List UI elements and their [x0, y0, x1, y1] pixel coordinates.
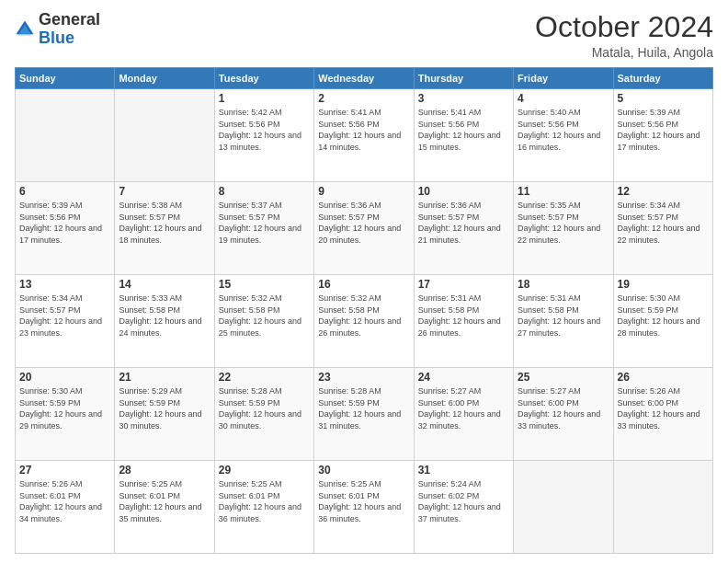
day-info: Sunrise: 5:36 AM Sunset: 5:57 PM Dayligh…: [318, 200, 409, 246]
day-number: 16: [318, 278, 409, 291]
col-tuesday: Tuesday: [214, 68, 313, 89]
day-number: 19: [618, 278, 709, 291]
day-number: 5: [618, 92, 709, 105]
day-info: Sunrise: 5:26 AM Sunset: 6:01 PM Dayligh…: [19, 478, 110, 524]
day-info: Sunrise: 5:42 AM Sunset: 5:56 PM Dayligh…: [219, 107, 310, 153]
day-info: Sunrise: 5:34 AM Sunset: 5:57 PM Dayligh…: [618, 200, 709, 246]
table-row: 9Sunrise: 5:36 AM Sunset: 5:57 PM Daylig…: [314, 182, 414, 275]
day-info: Sunrise: 5:27 AM Sunset: 6:00 PM Dayligh…: [418, 385, 509, 431]
col-thursday: Thursday: [414, 68, 513, 89]
day-number: 30: [318, 464, 409, 477]
day-number: 15: [219, 278, 310, 291]
day-info: Sunrise: 5:25 AM Sunset: 6:01 PM Dayligh…: [119, 478, 210, 524]
table-row: 15Sunrise: 5:32 AM Sunset: 5:58 PM Dayli…: [214, 275, 313, 368]
col-wednesday: Wednesday: [314, 68, 414, 89]
table-row: 7Sunrise: 5:38 AM Sunset: 5:57 PM Daylig…: [115, 182, 214, 275]
table-row: [115, 89, 214, 182]
logo-icon: [15, 19, 35, 40]
day-info: Sunrise: 5:39 AM Sunset: 5:56 PM Dayligh…: [19, 200, 110, 246]
title-block: October 2024 Matala, Huila, Angola: [535, 11, 713, 60]
day-number: 9: [318, 185, 409, 198]
day-info: Sunrise: 5:32 AM Sunset: 5:58 PM Dayligh…: [219, 293, 310, 339]
table-row: 14Sunrise: 5:33 AM Sunset: 5:58 PM Dayli…: [115, 275, 214, 368]
table-row: 30Sunrise: 5:25 AM Sunset: 6:01 PM Dayli…: [314, 461, 414, 554]
table-row: 2Sunrise: 5:41 AM Sunset: 5:56 PM Daylig…: [314, 89, 414, 182]
day-number: 20: [19, 371, 110, 384]
subtitle: Matala, Huila, Angola: [535, 45, 713, 60]
day-number: 1: [219, 92, 310, 105]
table-row: 29Sunrise: 5:25 AM Sunset: 6:01 PM Dayli…: [214, 461, 313, 554]
table-row: 22Sunrise: 5:28 AM Sunset: 5:59 PM Dayli…: [214, 368, 313, 461]
day-number: 21: [119, 371, 210, 384]
table-row: 21Sunrise: 5:29 AM Sunset: 5:59 PM Dayli…: [115, 368, 214, 461]
day-info: Sunrise: 5:25 AM Sunset: 6:01 PM Dayligh…: [219, 478, 310, 524]
calendar-table: Sunday Monday Tuesday Wednesday Thursday…: [15, 67, 713, 554]
day-info: Sunrise: 5:37 AM Sunset: 5:57 PM Dayligh…: [219, 200, 310, 246]
day-number: 12: [618, 185, 709, 198]
calendar-week-5: 27Sunrise: 5:26 AM Sunset: 6:01 PM Dayli…: [16, 461, 713, 554]
month-title: October 2024: [535, 11, 713, 43]
day-number: 11: [518, 185, 609, 198]
col-monday: Monday: [115, 68, 214, 89]
logo-general: General: [39, 10, 100, 29]
day-info: Sunrise: 5:29 AM Sunset: 5:59 PM Dayligh…: [119, 385, 210, 431]
day-info: Sunrise: 5:27 AM Sunset: 6:00 PM Dayligh…: [518, 385, 609, 431]
day-number: 6: [19, 185, 110, 198]
calendar-week-1: 1Sunrise: 5:42 AM Sunset: 5:56 PM Daylig…: [16, 89, 713, 182]
table-row: 4Sunrise: 5:40 AM Sunset: 5:56 PM Daylig…: [514, 89, 613, 182]
table-row: 27Sunrise: 5:26 AM Sunset: 6:01 PM Dayli…: [16, 461, 115, 554]
table-row: 20Sunrise: 5:30 AM Sunset: 5:59 PM Dayli…: [16, 368, 115, 461]
logo-text: General Blue: [39, 11, 100, 48]
day-number: 8: [219, 185, 310, 198]
table-row: 24Sunrise: 5:27 AM Sunset: 6:00 PM Dayli…: [414, 368, 513, 461]
day-info: Sunrise: 5:25 AM Sunset: 6:01 PM Dayligh…: [318, 478, 409, 524]
day-number: 22: [219, 371, 310, 384]
logo-blue: Blue: [39, 29, 74, 47]
logo: General Blue: [15, 11, 100, 48]
table-row: 1Sunrise: 5:42 AM Sunset: 5:56 PM Daylig…: [214, 89, 313, 182]
day-number: 24: [418, 371, 509, 384]
day-info: Sunrise: 5:36 AM Sunset: 5:57 PM Dayligh…: [418, 200, 509, 246]
day-number: 18: [518, 278, 609, 291]
day-number: 4: [518, 92, 609, 105]
page: General Blue October 2024 Matala, Huila,…: [0, 0, 728, 563]
table-row: 28Sunrise: 5:25 AM Sunset: 6:01 PM Dayli…: [115, 461, 214, 554]
header: General Blue October 2024 Matala, Huila,…: [15, 11, 713, 60]
table-row: 5Sunrise: 5:39 AM Sunset: 5:56 PM Daylig…: [613, 89, 712, 182]
day-info: Sunrise: 5:28 AM Sunset: 5:59 PM Dayligh…: [318, 385, 409, 431]
day-number: 23: [318, 371, 409, 384]
table-row: 8Sunrise: 5:37 AM Sunset: 5:57 PM Daylig…: [214, 182, 313, 275]
table-row: 19Sunrise: 5:30 AM Sunset: 5:59 PM Dayli…: [613, 275, 712, 368]
day-number: 29: [219, 464, 310, 477]
day-info: Sunrise: 5:32 AM Sunset: 5:58 PM Dayligh…: [318, 293, 409, 339]
table-row: 23Sunrise: 5:28 AM Sunset: 5:59 PM Dayli…: [314, 368, 414, 461]
day-info: Sunrise: 5:33 AM Sunset: 5:58 PM Dayligh…: [119, 293, 210, 339]
day-info: Sunrise: 5:38 AM Sunset: 5:57 PM Dayligh…: [119, 200, 210, 246]
day-number: 27: [19, 464, 110, 477]
day-info: Sunrise: 5:41 AM Sunset: 5:56 PM Dayligh…: [318, 107, 409, 153]
table-row: 25Sunrise: 5:27 AM Sunset: 6:00 PM Dayli…: [514, 368, 613, 461]
col-saturday: Saturday: [613, 68, 712, 89]
day-number: 3: [418, 92, 509, 105]
day-number: 2: [318, 92, 409, 105]
day-number: 14: [119, 278, 210, 291]
day-info: Sunrise: 5:39 AM Sunset: 5:56 PM Dayligh…: [618, 107, 709, 153]
table-row: 26Sunrise: 5:26 AM Sunset: 6:00 PM Dayli…: [613, 368, 712, 461]
day-number: 26: [618, 371, 709, 384]
day-info: Sunrise: 5:41 AM Sunset: 5:56 PM Dayligh…: [418, 107, 509, 153]
day-info: Sunrise: 5:24 AM Sunset: 6:02 PM Dayligh…: [418, 478, 509, 524]
col-sunday: Sunday: [16, 68, 115, 89]
table-row: 16Sunrise: 5:32 AM Sunset: 5:58 PM Dayli…: [314, 275, 414, 368]
day-info: Sunrise: 5:31 AM Sunset: 5:58 PM Dayligh…: [518, 293, 609, 339]
table-row: 10Sunrise: 5:36 AM Sunset: 5:57 PM Dayli…: [414, 182, 513, 275]
day-number: 10: [418, 185, 509, 198]
calendar-header-row: Sunday Monday Tuesday Wednesday Thursday…: [16, 68, 713, 89]
calendar-week-4: 20Sunrise: 5:30 AM Sunset: 5:59 PM Dayli…: [16, 368, 713, 461]
day-info: Sunrise: 5:40 AM Sunset: 5:56 PM Dayligh…: [518, 107, 609, 153]
day-number: 13: [19, 278, 110, 291]
day-number: 31: [418, 464, 509, 477]
day-number: 7: [119, 185, 210, 198]
day-number: 25: [518, 371, 609, 384]
calendar-week-3: 13Sunrise: 5:34 AM Sunset: 5:57 PM Dayli…: [16, 275, 713, 368]
table-row: [16, 89, 115, 182]
